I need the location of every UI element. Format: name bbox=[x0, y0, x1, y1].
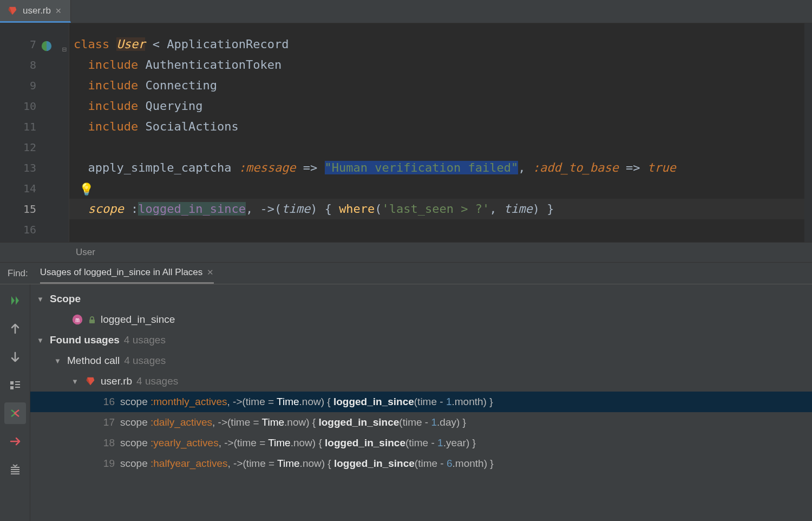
usage-code: scope :monthly_actives, ->(time = Time.n… bbox=[120, 396, 493, 408]
breadcrumb-item[interactable]: User bbox=[76, 247, 95, 258]
prev-occurrence-button[interactable] bbox=[4, 318, 26, 340]
svg-rect-6 bbox=[15, 387, 20, 388]
group-by-button[interactable] bbox=[4, 374, 26, 396]
find-tab[interactable]: Usages of logged_in_since in All Places … bbox=[40, 263, 214, 284]
tree-node-method-call[interactable]: ▼ Method call 4 usages bbox=[30, 350, 812, 371]
tree-label: Scope bbox=[50, 293, 81, 305]
tree-node-found-usages[interactable]: ▼ Found usages 4 usages bbox=[30, 330, 812, 350]
expand-icon[interactable]: ▼ bbox=[71, 377, 79, 386]
find-panel-body: ▼ Scope m logged_in_since ▼ Found usages… bbox=[0, 284, 812, 521]
svg-rect-2 bbox=[10, 381, 14, 385]
autoscroll-to-source-button[interactable] bbox=[4, 402, 26, 424]
find-tab-title: Usages of logged_in_since in All Places bbox=[40, 267, 203, 278]
code-line[interactable]: include Querying bbox=[69, 96, 812, 116]
find-toolbar bbox=[0, 284, 30, 521]
usage-count: 4 usages bbox=[124, 355, 166, 367]
code-line[interactable]: scope :logged_in_since, ->(time) { where… bbox=[69, 199, 812, 219]
code-editor[interactable]: 7⊟8910111213141516 class User < Applicat… bbox=[0, 23, 812, 242]
usage-line-number: 19 bbox=[99, 458, 115, 470]
tree-node-scope[interactable]: ▼ Scope bbox=[30, 289, 812, 309]
code-line[interactable]: apply_simple_captcha :message => "Human … bbox=[69, 158, 812, 178]
autoscroll-from-source-button[interactable] bbox=[4, 431, 26, 452]
intention-bulb-icon[interactable]: 💡 bbox=[79, 179, 94, 200]
svg-rect-3 bbox=[10, 386, 14, 389]
code-area[interactable]: class User < ApplicationRecord include A… bbox=[69, 23, 812, 242]
usage-count: 4 usages bbox=[136, 375, 178, 387]
code-line[interactable]: include SocialActions bbox=[69, 116, 812, 137]
code-line[interactable]: include AuthenticationToken bbox=[69, 55, 812, 75]
code-line[interactable] bbox=[69, 137, 812, 158]
usage-line-number: 17 bbox=[99, 416, 115, 428]
tree-label: Found usages bbox=[50, 334, 120, 346]
usage-row[interactable]: 16scope :monthly_actives, ->(time = Time… bbox=[30, 392, 812, 412]
expand-all-button[interactable] bbox=[4, 459, 26, 480]
svg-rect-4 bbox=[15, 381, 20, 382]
breadcrumb[interactable]: User bbox=[0, 242, 812, 263]
method-icon: m bbox=[71, 314, 83, 325]
editor-gutter: 7⊟8910111213141516 bbox=[0, 23, 69, 242]
class-gutter-icon[interactable] bbox=[41, 38, 53, 50]
tree-label: logged_in_since bbox=[101, 314, 175, 325]
usage-code: scope :halfyear_actives, ->(time = Time.… bbox=[120, 458, 494, 470]
usage-row[interactable]: 19scope :halfyear_actives, ->(time = Tim… bbox=[30, 453, 812, 474]
ruby-file-icon bbox=[6, 5, 18, 17]
editor-tab-user-rb[interactable]: user.rb ✕ bbox=[0, 0, 71, 23]
expand-icon[interactable]: ▼ bbox=[54, 357, 62, 365]
usage-row[interactable]: 18scope :yearly_actives, ->(time = Time.… bbox=[30, 433, 812, 453]
next-occurrence-button[interactable] bbox=[4, 346, 26, 368]
code-line[interactable]: class User < ApplicationRecord bbox=[69, 34, 812, 55]
usage-code: scope :yearly_actives, ->(time = Time.no… bbox=[120, 437, 476, 449]
ruby-file-icon bbox=[84, 375, 96, 387]
tree-label: user.rb bbox=[101, 375, 132, 387]
tree-node-file[interactable]: ▼ user.rb 4 usages bbox=[30, 371, 812, 392]
tree-label: Method call bbox=[67, 355, 120, 367]
code-line[interactable]: 💡 bbox=[69, 178, 812, 199]
usage-code: scope :daily_actives, ->(time = Time.now… bbox=[120, 416, 466, 428]
find-label: Find: bbox=[8, 268, 28, 279]
usage-row[interactable]: 17scope :daily_actives, ->(time = Time.n… bbox=[30, 412, 812, 433]
error-stripe[interactable] bbox=[804, 23, 812, 242]
editor-tab-bar: user.rb ✕ bbox=[0, 0, 812, 23]
svg-rect-9 bbox=[89, 320, 95, 323]
close-icon[interactable]: ✕ bbox=[55, 6, 62, 15]
expand-icon[interactable]: ▼ bbox=[37, 295, 44, 303]
lock-icon bbox=[88, 315, 96, 324]
tab-label: user.rb bbox=[23, 5, 51, 16]
usage-line-number: 18 bbox=[99, 437, 115, 449]
usage-line-number: 16 bbox=[99, 396, 115, 408]
code-line[interactable] bbox=[69, 219, 812, 240]
expand-icon[interactable]: ▼ bbox=[37, 336, 44, 344]
usage-count: 4 usages bbox=[124, 334, 166, 346]
rerun-button[interactable] bbox=[4, 290, 26, 311]
find-panel-header: Find: Usages of logged_in_since in All P… bbox=[0, 263, 812, 284]
code-line[interactable]: include Connecting bbox=[69, 75, 812, 96]
tree-node-scope-method[interactable]: m logged_in_since bbox=[30, 309, 812, 330]
svg-rect-5 bbox=[15, 384, 20, 385]
find-results-tree[interactable]: ▼ Scope m logged_in_since ▼ Found usages… bbox=[30, 284, 812, 521]
svg-text:m: m bbox=[75, 316, 80, 324]
close-icon[interactable]: ✕ bbox=[207, 268, 214, 277]
